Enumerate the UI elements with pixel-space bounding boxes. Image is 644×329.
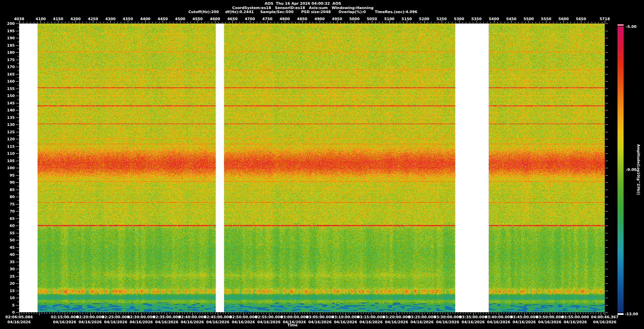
freq-tick-label: 90 (0, 180, 15, 185)
freq-tick-label: 50 (0, 238, 15, 242)
top-axis-tick-label: 4850 (297, 17, 308, 21)
freq-tick-label: 120 (0, 137, 15, 141)
freq-tick-label: 65 (0, 217, 15, 221)
window-title: AOS Thu 16 Apr 2026 04:00:32 AOS (0, 1, 606, 6)
freq-tick-label: 75 (0, 202, 15, 206)
freq-tick-label: 25 (0, 274, 15, 279)
freq-tick-label: 165 (0, 72, 15, 77)
freq-tick-label: 85 (0, 188, 15, 192)
freq-tick-label: 115 (0, 144, 15, 149)
freq-tick-label: 35 (0, 260, 15, 264)
top-axis-tick-label: 5650 (576, 17, 586, 21)
top-axis-tick-label: 4800 (280, 17, 290, 21)
top-axis-tick-label: 4300 (105, 17, 116, 21)
time-tick-date: 04/16/2026 (0, 320, 43, 324)
freq-tick-label: 140 (0, 108, 15, 112)
freq-tick-label: 110 (0, 151, 15, 156)
freq-tick-label: 130 (0, 123, 15, 127)
colorbar-tick-label: -9.00 (626, 168, 637, 172)
time-tick-label: 02:06:05.08604/16/2026 (0, 315, 43, 324)
top-axis-tick-label: 4550 (193, 17, 203, 21)
freq-tick-label: 40 (0, 252, 15, 257)
freq-tick-label: 155 (0, 87, 15, 91)
freq-tick-label: 145 (0, 101, 15, 105)
freq-tick-label: 170 (0, 65, 15, 69)
top-axis-tick-label: 4950 (332, 17, 342, 21)
freq-tick-label: 180 (0, 50, 15, 55)
freq-tick-label: 80 (0, 195, 15, 199)
top-axis-tick-label: 4700 (245, 17, 255, 21)
top-axis-tick-label: 5400 (489, 17, 499, 21)
top-axis-tick-label: 4900 (315, 17, 325, 21)
top-axis-tick-label: 4100 (36, 17, 46, 21)
top-axis-tick-label: 5200 (419, 17, 429, 21)
top-axis-tick-label: 4150 (53, 17, 63, 21)
freq-tick-label: 5 (0, 303, 15, 308)
freq-tick-label: 190 (0, 36, 15, 40)
top-axis-tick-label: 4600 (210, 17, 220, 21)
time-axis-title: Time (279, 323, 306, 327)
top-axis-tick-label: 4500 (175, 17, 185, 21)
freq-tick-label: 45 (0, 245, 15, 250)
spectrogram-plot-canvas[interactable] (0, 0, 644, 329)
time-tick-time: 04:00:46.367 (581, 315, 628, 319)
freq-tick-label: 200 (0, 21, 15, 26)
top-axis-tick-label: 5500 (524, 17, 534, 21)
time-tick-label: 04:00:46.36704/16/2026 (581, 315, 628, 324)
top-axis-tick-label: 5450 (506, 17, 517, 21)
time-tick-time: 02:06:05.086 (0, 315, 43, 319)
top-axis-tick-label: 4450 (158, 17, 168, 21)
freq-tick-label: 20 (0, 281, 15, 286)
colorbar-tick-label: -13.00 (625, 312, 638, 316)
aos-spectrogram-window: AOS Thu 16 Apr 2026 04:00:32 AOS CoordSy… (0, 0, 644, 329)
freq-tick-label: 70 (0, 209, 15, 214)
freq-tick-label: 150 (0, 94, 15, 98)
top-axis-tick-label: 5350 (471, 17, 482, 21)
top-axis-tick-label: 4038 (14, 17, 24, 21)
freq-tick-label: 30 (0, 267, 15, 271)
freq-tick-label: 0 (0, 310, 15, 315)
top-axis-tick-label: 5250 (436, 17, 447, 21)
top-axis-tick-label: 5600 (558, 17, 569, 21)
top-axis-tick-label: 4400 (140, 17, 151, 21)
top-axis-tick-label: 5550 (541, 17, 551, 21)
freq-tick-label: 55 (0, 231, 15, 235)
colorbar-tick-label: -5.00 (626, 25, 637, 29)
top-axis-tick-label: 4250 (88, 17, 98, 21)
processing-settings-line: Cutoff(Hz):200 df(Hz):0.2441 Sample/Sec:… (0, 10, 606, 14)
top-axis-tick-label: 4350 (123, 17, 133, 21)
freq-tick-label: 185 (0, 43, 15, 48)
freq-tick-label: 95 (0, 173, 15, 178)
freq-tick-label: 135 (0, 115, 15, 120)
freq-tick-label: 160 (0, 79, 15, 84)
top-axis-tick-label: 4650 (227, 17, 238, 21)
top-axis-tick-label: 4200 (70, 17, 81, 21)
top-axis-tick-label: 5300 (454, 17, 464, 21)
top-axis-tick-label: 5050 (367, 17, 377, 21)
colorbar-title: Amplitude(Log10(g^2/Hz)) (637, 144, 640, 195)
time-tick-date: 04/16/2026 (581, 320, 628, 324)
top-axis-tick-label: 5150 (401, 17, 412, 21)
top-axis-tick-label: 4750 (262, 17, 273, 21)
freq-tick-label: 60 (0, 224, 15, 228)
top-axis-tick-label: 5000 (349, 17, 360, 21)
freq-tick-label: 15 (0, 289, 15, 293)
top-axis-tick-label: 5718 (600, 17, 610, 21)
freq-tick-label: 125 (0, 130, 15, 134)
freq-tick-label: 175 (0, 58, 15, 62)
freq-tick-label: 10 (0, 296, 15, 300)
top-axis-tick-label: 5100 (384, 17, 394, 21)
freq-tick-label: 195 (0, 29, 15, 33)
freq-tick-label: 100 (0, 166, 15, 170)
freq-tick-label: 105 (0, 159, 15, 163)
